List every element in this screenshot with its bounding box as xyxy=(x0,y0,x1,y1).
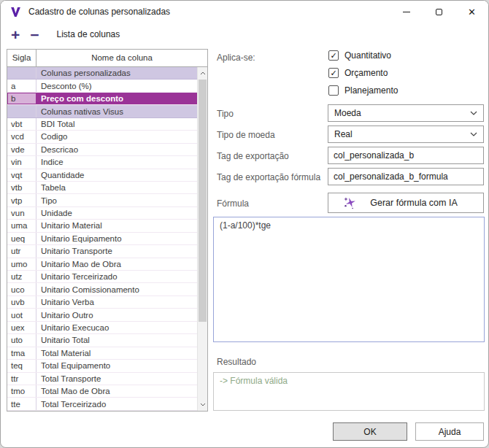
cell-nome: Preço com desconto xyxy=(36,93,197,104)
table-row[interactable]: utoUnitario Total xyxy=(7,334,197,347)
cell-sigla: vtb xyxy=(7,182,36,193)
table-row[interactable]: vdeDescricao xyxy=(7,144,197,156)
tipo-moeda-label: Tipo de moeda xyxy=(217,130,275,141)
table-row[interactable]: teqTotal Equipamento xyxy=(7,360,197,372)
column-header-sigla[interactable]: Sigla xyxy=(7,50,36,66)
table-row[interactable]: uotUnitario Outro xyxy=(7,309,197,321)
formula-editor[interactable]: (1-a/100)*tge xyxy=(213,217,485,342)
scrollbar-thumb[interactable] xyxy=(199,80,207,322)
chevron-down-icon xyxy=(470,132,477,136)
cell-sigla: vun xyxy=(7,207,36,219)
dialog-window: Cadastro de colunas personalizadas ✕ + −… xyxy=(0,0,489,448)
cell-nome: Unitario Verba xyxy=(36,296,197,308)
ok-button[interactable]: OK xyxy=(333,422,407,441)
generate-formula-ai-button[interactable]: Gerar fórmula com IA xyxy=(328,193,484,213)
table-row[interactable]: vunUnidade xyxy=(7,207,197,220)
table-row[interactable]: ucoUnitario Comissionamento xyxy=(7,283,197,296)
list-title: Lista de colunas xyxy=(57,29,120,39)
checkbox-label: Quantitativo xyxy=(344,50,391,61)
add-column-button[interactable]: + xyxy=(7,27,24,42)
cell-nome: Colunas nativas Visus xyxy=(36,105,197,117)
cell-sigla: uot xyxy=(7,309,36,320)
table-row[interactable]: Colunas personalizadas xyxy=(7,67,197,80)
help-button[interactable]: Ajuda xyxy=(415,422,484,441)
cell-nome: Total Transporte xyxy=(36,373,197,385)
tipo-select[interactable]: Moeda xyxy=(328,104,484,122)
tipo-label: Tipo xyxy=(217,109,234,120)
table-row[interactable]: utzUnitario Terceirizado xyxy=(7,271,197,283)
cell-nome: Unitario Execucao xyxy=(36,322,197,333)
cell-sigla: tte xyxy=(7,398,36,409)
scroll-down-icon[interactable] xyxy=(198,399,207,410)
table-row[interactable]: aDesconto (%) xyxy=(7,80,197,92)
tag-exportacao-formula-input[interactable] xyxy=(328,168,484,185)
aplica-se-label: Aplica-se: xyxy=(217,53,255,63)
checkbox-quantitativo[interactable]: ✓ Quantitativo xyxy=(328,50,391,61)
table-row[interactable]: tmoTotal Mao de Obra xyxy=(7,385,197,398)
cell-nome: Unidade xyxy=(36,207,197,219)
cell-sigla: b xyxy=(7,93,36,104)
table-row[interactable]: vqtQuantidade xyxy=(7,169,197,182)
checkbox-label: Planejamento xyxy=(344,85,398,96)
close-button[interactable]: ✕ xyxy=(455,1,488,23)
checkbox-orcamento[interactable]: ✓ Orçamento xyxy=(328,68,388,78)
cell-sigla: uvb xyxy=(7,296,36,308)
cell-sigla xyxy=(7,67,36,79)
cell-nome: Descricao xyxy=(36,144,197,155)
table-row[interactable]: bPreço com desconto xyxy=(7,93,197,105)
scroll-up-icon[interactable] xyxy=(198,68,207,79)
sparkles-icon xyxy=(342,195,358,211)
table-row[interactable]: ueqUnitario Equipamento xyxy=(7,233,197,245)
cell-sigla: vcd xyxy=(7,131,36,142)
table-row[interactable]: vcdCodigo xyxy=(7,131,197,143)
cell-nome: Codigo xyxy=(36,131,197,142)
cell-sigla: umo xyxy=(7,258,36,270)
cell-nome: Total Terceirizado xyxy=(36,398,197,409)
cell-sigla: ueq xyxy=(7,233,36,244)
close-icon: ✕ xyxy=(468,7,476,17)
table-row[interactable]: tmaTotal Material xyxy=(7,347,197,360)
cell-nome: Total Mao de Obra xyxy=(36,385,197,397)
table-row[interactable]: tteTotal Terceirizado xyxy=(7,398,197,410)
minimize-button[interactable] xyxy=(390,1,423,23)
table-scrollbar[interactable] xyxy=(197,67,207,411)
cell-sigla: ttr xyxy=(7,373,36,385)
table-row[interactable]: utrUnitario Transporte xyxy=(7,245,197,258)
table-row[interactable]: ttrTotal Transporte xyxy=(7,373,197,385)
table-row[interactable]: umoUnitario Mao de Obra xyxy=(7,258,197,271)
tag-exportacao-input[interactable] xyxy=(328,147,484,164)
tag-exportacao-formula-label: Tag de exportação fórmula xyxy=(217,172,320,183)
formula-label: Fórmula xyxy=(217,198,249,209)
cell-sigla: uma xyxy=(7,220,36,231)
cell-sigla: vin xyxy=(7,156,36,168)
table-row[interactable]: vtpTipo xyxy=(7,194,197,206)
cell-nome: Unitario Terceirizado xyxy=(36,271,197,282)
app-logo-icon xyxy=(10,7,21,18)
table-row[interactable]: vbtBDI Total xyxy=(7,118,197,131)
cell-nome: Total Material xyxy=(36,347,197,359)
column-header-nome[interactable]: Nome da coluna xyxy=(36,50,207,66)
cell-sigla: tmo xyxy=(7,385,36,397)
checkbox-planejamento[interactable]: Planejamento xyxy=(328,85,398,96)
checkbox-checked-icon: ✓ xyxy=(328,68,339,78)
cell-nome: Colunas personalizadas xyxy=(36,67,197,79)
column-table-body: Colunas personalizadasaDesconto (%)bPreç… xyxy=(7,67,197,411)
tipo-moeda-select[interactable]: Real xyxy=(328,125,484,143)
cell-sigla: utz xyxy=(7,271,36,282)
cell-nome: Quantidade xyxy=(36,169,197,181)
maximize-button[interactable] xyxy=(423,1,455,23)
remove-column-button[interactable]: − xyxy=(26,27,43,42)
maximize-icon xyxy=(436,9,442,15)
checkbox-label: Orçamento xyxy=(344,68,388,78)
chevron-down-icon xyxy=(470,111,477,115)
cell-nome: Indice xyxy=(36,156,197,168)
table-row[interactable]: uvbUnitario Verba xyxy=(7,296,197,309)
cell-nome: Unitario Outro xyxy=(36,309,197,320)
table-row[interactable]: uexUnitario Execucao xyxy=(7,322,197,334)
table-row[interactable]: umaUnitario Material xyxy=(7,220,197,232)
table-row[interactable]: vtbTabela xyxy=(7,182,197,194)
table-row[interactable]: vinIndice xyxy=(7,156,197,169)
columns-table: Sigla Nome da coluna Colunas personaliza… xyxy=(7,49,208,412)
cell-nome: Tipo xyxy=(36,194,197,206)
table-row[interactable]: Colunas nativas Visus xyxy=(7,105,197,117)
